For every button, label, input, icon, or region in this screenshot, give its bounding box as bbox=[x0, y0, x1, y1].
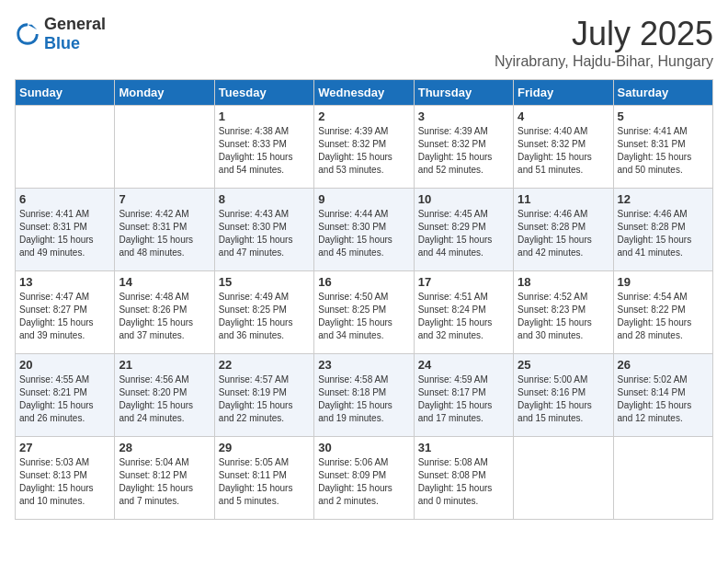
day-sun-info: Sunrise: 5:05 AMSunset: 8:11 PMDaylight:… bbox=[219, 456, 310, 508]
calendar-day-cell: 31Sunrise: 5:08 AMSunset: 8:08 PMDayligh… bbox=[414, 437, 513, 520]
calendar-day-cell: 4Sunrise: 4:40 AMSunset: 8:32 PMDaylight… bbox=[514, 106, 613, 189]
day-sun-info: Sunrise: 4:38 AMSunset: 8:33 PMDaylight:… bbox=[219, 125, 310, 177]
calendar-day-cell: 8Sunrise: 4:43 AMSunset: 8:30 PMDaylight… bbox=[214, 189, 313, 271]
logo-general-text: General bbox=[44, 15, 106, 33]
calendar-day-cell: 26Sunrise: 5:02 AMSunset: 8:14 PMDayligh… bbox=[613, 354, 712, 437]
calendar-table: SundayMondayTuesdayWednesdayThursdayFrid… bbox=[15, 79, 713, 520]
month-year-title: July 2025 bbox=[495, 15, 713, 53]
calendar-day-cell: 24Sunrise: 4:59 AMSunset: 8:17 PMDayligh… bbox=[414, 354, 513, 437]
day-number: 28 bbox=[119, 441, 210, 454]
calendar-day-cell: 13Sunrise: 4:47 AMSunset: 8:27 PMDayligh… bbox=[16, 271, 115, 354]
calendar-day-cell: 15Sunrise: 4:49 AMSunset: 8:25 PMDayligh… bbox=[214, 271, 313, 354]
calendar-day-cell: 18Sunrise: 4:52 AMSunset: 8:23 PMDayligh… bbox=[514, 271, 613, 354]
day-sun-info: Sunrise: 4:40 AMSunset: 8:32 PMDaylight:… bbox=[518, 125, 609, 177]
day-sun-info: Sunrise: 4:48 AMSunset: 8:26 PMDaylight:… bbox=[119, 291, 210, 342]
location-subtitle: Nyirabrany, Hajdu-Bihar, Hungary bbox=[495, 53, 713, 70]
calendar-day-cell bbox=[115, 106, 214, 189]
calendar-day-cell bbox=[613, 437, 712, 520]
calendar-day-cell: 16Sunrise: 4:50 AMSunset: 8:25 PMDayligh… bbox=[314, 271, 414, 354]
calendar-day-cell: 2Sunrise: 4:39 AMSunset: 8:32 PMDaylight… bbox=[314, 106, 414, 189]
calendar-day-cell: 5Sunrise: 4:41 AMSunset: 8:31 PMDaylight… bbox=[613, 106, 712, 189]
day-number: 9 bbox=[318, 192, 409, 206]
calendar-day-cell: 10Sunrise: 4:45 AMSunset: 8:29 PMDayligh… bbox=[414, 189, 513, 271]
calendar-week-row: 6Sunrise: 4:41 AMSunset: 8:31 PMDaylight… bbox=[16, 189, 713, 271]
day-number: 8 bbox=[219, 192, 310, 206]
day-sun-info: Sunrise: 4:42 AMSunset: 8:31 PMDaylight:… bbox=[119, 208, 210, 259]
calendar-day-cell: 9Sunrise: 4:44 AMSunset: 8:30 PMDaylight… bbox=[314, 189, 414, 271]
day-sun-info: Sunrise: 4:59 AMSunset: 8:17 PMDaylight:… bbox=[418, 373, 509, 425]
calendar-day-cell bbox=[514, 437, 613, 520]
calendar-day-cell: 29Sunrise: 5:05 AMSunset: 8:11 PMDayligh… bbox=[214, 437, 313, 520]
calendar-day-cell bbox=[16, 106, 115, 189]
day-number: 26 bbox=[618, 358, 709, 372]
day-of-week-header: Thursday bbox=[414, 80, 513, 106]
day-sun-info: Sunrise: 4:41 AMSunset: 8:31 PMDaylight:… bbox=[19, 208, 110, 259]
day-number: 30 bbox=[318, 441, 409, 454]
day-sun-info: Sunrise: 4:39 AMSunset: 8:32 PMDaylight:… bbox=[418, 125, 509, 177]
day-number: 7 bbox=[119, 192, 210, 206]
calendar-week-row: 1Sunrise: 4:38 AMSunset: 8:33 PMDaylight… bbox=[16, 106, 713, 189]
calendar-day-cell: 12Sunrise: 4:46 AMSunset: 8:28 PMDayligh… bbox=[613, 189, 712, 271]
calendar-day-cell: 7Sunrise: 4:42 AMSunset: 8:31 PMDaylight… bbox=[115, 189, 214, 271]
calendar-day-cell: 14Sunrise: 4:48 AMSunset: 8:26 PMDayligh… bbox=[115, 271, 214, 354]
calendar-day-cell: 17Sunrise: 4:51 AMSunset: 8:24 PMDayligh… bbox=[414, 271, 513, 354]
title-block: July 2025 Nyirabrany, Hajdu-Bihar, Hunga… bbox=[495, 15, 713, 70]
logo: General Blue bbox=[15, 15, 106, 53]
calendar-day-cell: 30Sunrise: 5:06 AMSunset: 8:09 PMDayligh… bbox=[314, 437, 414, 520]
day-of-week-header: Friday bbox=[514, 80, 613, 106]
day-number: 4 bbox=[518, 109, 609, 123]
day-sun-info: Sunrise: 4:46 AMSunset: 8:28 PMDaylight:… bbox=[618, 208, 709, 259]
day-number: 27 bbox=[19, 441, 110, 454]
calendar-day-cell: 27Sunrise: 5:03 AMSunset: 8:13 PMDayligh… bbox=[16, 437, 115, 520]
day-number: 24 bbox=[418, 358, 509, 372]
day-sun-info: Sunrise: 4:47 AMSunset: 8:27 PMDaylight:… bbox=[19, 291, 110, 342]
day-sun-info: Sunrise: 4:56 AMSunset: 8:20 PMDaylight:… bbox=[119, 373, 210, 425]
day-of-week-header: Monday bbox=[115, 80, 214, 106]
calendar-week-row: 27Sunrise: 5:03 AMSunset: 8:13 PMDayligh… bbox=[16, 437, 713, 520]
day-sun-info: Sunrise: 5:08 AMSunset: 8:08 PMDaylight:… bbox=[418, 456, 509, 508]
calendar-day-cell: 22Sunrise: 4:57 AMSunset: 8:19 PMDayligh… bbox=[214, 354, 313, 437]
calendar-day-cell: 20Sunrise: 4:55 AMSunset: 8:21 PMDayligh… bbox=[16, 354, 115, 437]
day-number: 18 bbox=[518, 275, 609, 289]
day-sun-info: Sunrise: 5:00 AMSunset: 8:16 PMDaylight:… bbox=[518, 373, 609, 425]
day-sun-info: Sunrise: 4:51 AMSunset: 8:24 PMDaylight:… bbox=[418, 291, 509, 342]
calendar-week-row: 20Sunrise: 4:55 AMSunset: 8:21 PMDayligh… bbox=[16, 354, 713, 437]
day-number: 23 bbox=[318, 358, 409, 372]
day-number: 15 bbox=[219, 275, 310, 289]
day-number: 21 bbox=[119, 358, 210, 372]
day-number: 5 bbox=[618, 109, 709, 123]
day-number: 1 bbox=[219, 109, 310, 123]
day-number: 6 bbox=[19, 192, 110, 206]
calendar-header-row: SundayMondayTuesdayWednesdayThursdayFrid… bbox=[16, 80, 713, 106]
day-number: 22 bbox=[219, 358, 310, 372]
day-sun-info: Sunrise: 5:04 AMSunset: 8:12 PMDaylight:… bbox=[119, 456, 210, 508]
day-sun-info: Sunrise: 4:58 AMSunset: 8:18 PMDaylight:… bbox=[318, 373, 409, 425]
day-of-week-header: Wednesday bbox=[314, 80, 414, 106]
calendar-day-cell: 3Sunrise: 4:39 AMSunset: 8:32 PMDaylight… bbox=[414, 106, 513, 189]
day-number: 13 bbox=[19, 275, 110, 289]
calendar-day-cell: 1Sunrise: 4:38 AMSunset: 8:33 PMDaylight… bbox=[214, 106, 313, 189]
day-number: 17 bbox=[418, 275, 509, 289]
day-sun-info: Sunrise: 5:03 AMSunset: 8:13 PMDaylight:… bbox=[19, 456, 110, 508]
day-of-week-header: Tuesday bbox=[214, 80, 313, 106]
day-of-week-header: Sunday bbox=[16, 80, 115, 106]
day-number: 25 bbox=[518, 358, 609, 372]
day-number: 16 bbox=[318, 275, 409, 289]
day-number: 29 bbox=[219, 441, 310, 454]
day-sun-info: Sunrise: 5:02 AMSunset: 8:14 PMDaylight:… bbox=[618, 373, 709, 425]
day-sun-info: Sunrise: 4:45 AMSunset: 8:29 PMDaylight:… bbox=[418, 208, 509, 259]
calendar-day-cell: 28Sunrise: 5:04 AMSunset: 8:12 PMDayligh… bbox=[115, 437, 214, 520]
calendar-day-cell: 21Sunrise: 4:56 AMSunset: 8:20 PMDayligh… bbox=[115, 354, 214, 437]
day-sun-info: Sunrise: 4:49 AMSunset: 8:25 PMDaylight:… bbox=[219, 291, 310, 342]
calendar-day-cell: 6Sunrise: 4:41 AMSunset: 8:31 PMDaylight… bbox=[16, 189, 115, 271]
day-number: 20 bbox=[19, 358, 110, 372]
day-number: 10 bbox=[418, 192, 509, 206]
calendar-day-cell: 19Sunrise: 4:54 AMSunset: 8:22 PMDayligh… bbox=[613, 271, 712, 354]
page-header: General Blue July 2025 Nyirabrany, Hajdu… bbox=[15, 15, 713, 70]
day-sun-info: Sunrise: 4:57 AMSunset: 8:19 PMDaylight:… bbox=[219, 373, 310, 425]
day-number: 3 bbox=[418, 109, 509, 123]
calendar-day-cell: 25Sunrise: 5:00 AMSunset: 8:16 PMDayligh… bbox=[514, 354, 613, 437]
day-sun-info: Sunrise: 4:43 AMSunset: 8:30 PMDaylight:… bbox=[219, 208, 310, 259]
day-sun-info: Sunrise: 4:55 AMSunset: 8:21 PMDaylight:… bbox=[19, 373, 110, 425]
day-sun-info: Sunrise: 4:44 AMSunset: 8:30 PMDaylight:… bbox=[318, 208, 409, 259]
